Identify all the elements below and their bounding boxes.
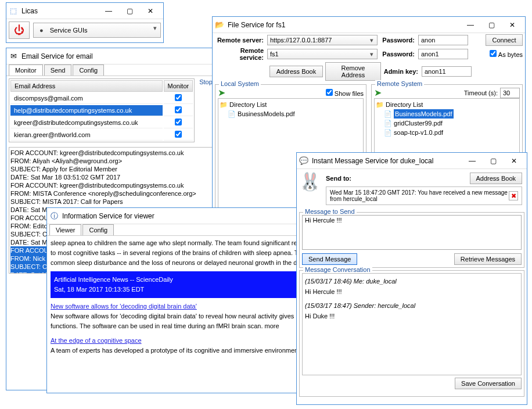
article-link-1[interactable]: New software allows for 'decoding digita…: [51, 303, 197, 310]
showfiles-checkbox[interactable]: Show files: [326, 89, 364, 97]
email-titlebar: ✉ Email Service for email: [6, 48, 220, 64]
chat-icon: 💬: [299, 156, 308, 166]
remote-service-label: Remote service:: [215, 47, 267, 61]
monitor-checkbox[interactable]: [175, 131, 182, 138]
message-send-fieldset: Message to Send Send Message Retrieve Me…: [299, 212, 524, 268]
conv-line: Hi Hercule !!!: [305, 286, 519, 297]
power-button[interactable]: ⏻: [9, 21, 30, 39]
remote-legend: Remote System: [375, 80, 424, 87]
log-line: DATE: Sat Mar 18 03:51:02 GMT 2017: [10, 173, 216, 181]
close-button[interactable]: ✕: [504, 154, 524, 168]
table-row: kgreer@distributedcomputingsystems.co.uk: [10, 117, 193, 128]
adminkey-label: Admin key:: [381, 68, 422, 75]
conv-line: (15/03/17 18:47) Sender: hercule_local: [305, 300, 519, 311]
conversation-fieldset: Message Conversation (15/03/17 18:46) Me…: [299, 270, 524, 397]
conv-line: Hi Duke !!!: [305, 311, 519, 321]
remote-service-select[interactable]: fs1: [267, 49, 378, 59]
log-line: FROM: MISTA Conference <noreply@scheduli…: [10, 189, 216, 198]
connect-button[interactable]: Connect: [486, 34, 523, 46]
email-icon: ✉: [9, 52, 18, 61]
minimize-button[interactable]: —: [462, 154, 483, 168]
password-input[interactable]: [418, 35, 468, 45]
conv-legend: Message Conversation: [303, 266, 372, 273]
maximize-button[interactable]: ▢: [119, 4, 140, 18]
app-icon: ⬚: [9, 6, 18, 16]
local-legend: Local System: [219, 80, 261, 87]
timeout-input[interactable]: [500, 88, 520, 98]
notification-bar: Wed Mar 15 18:47:20 GMT 2017: You have r…: [326, 186, 522, 205]
tree-root: 📁 Directory List: [220, 100, 362, 109]
folder-icon[interactable]: ➤: [374, 87, 382, 98]
licas-titlebar: ⬚ Licas — ▢ ✕: [6, 3, 163, 19]
folder-open-icon: 📂: [215, 20, 224, 30]
email-tabs: Monitor Send Config: [6, 64, 220, 76]
save-conversation-button[interactable]: Save Conversation: [455, 378, 522, 389]
table-row: help@distributedcomputingsystems.co.uk: [10, 105, 193, 116]
pdf-icon: 📄: [384, 110, 392, 117]
im-title: Instant Message Service for duke_local: [312, 157, 462, 165]
password2-input[interactable]: [418, 49, 468, 59]
tab-monitor[interactable]: Monitor: [9, 64, 43, 76]
im-window: 💬 Instant Message Service for duke_local…: [296, 152, 527, 405]
folder-icon: 📁: [220, 101, 228, 108]
remote-server-label: Remote server:: [215, 37, 267, 44]
pdf-icon: 📄: [228, 110, 236, 117]
timeout-label: Timeout (s):: [464, 89, 498, 96]
info-icon: ⓘ: [49, 211, 59, 221]
retrieve-button[interactable]: Retrieve Messages: [454, 253, 522, 265]
delete-icon[interactable]: ✖: [509, 191, 518, 200]
col-email: Email Address: [10, 80, 163, 92]
address-book-button[interactable]: Address Book: [269, 66, 323, 77]
message-input[interactable]: [302, 215, 522, 250]
circle-icon: ●: [39, 27, 44, 34]
character-icon: 🐰: [299, 171, 323, 196]
maximize-button[interactable]: ▢: [483, 154, 504, 168]
remove-address-button[interactable]: Remove Address: [325, 62, 381, 81]
log-line: FROM: Aliyah <Aliyah@ewground.org>: [10, 157, 216, 165]
tab-config[interactable]: Config: [73, 64, 104, 76]
email-table[interactable]: Email AddressMonitor discompsys@gmail.co…: [9, 78, 195, 142]
monitor-checkbox[interactable]: [175, 119, 182, 125]
tree-file: 📄 gridCluster99.pdf: [376, 119, 518, 128]
pdf-icon: 📄: [384, 129, 392, 136]
tree-file: 📄 BusinessModels.pdf: [376, 109, 518, 119]
password-label: Password:: [378, 37, 418, 44]
monitor-checkbox[interactable]: [175, 94, 182, 101]
folder-icon: 📁: [376, 101, 384, 108]
log-line: FOR ACCOUNT: kgreer@distributedcomputing…: [10, 149, 216, 157]
service-guis-dropdown[interactable]: ● Service GUIs: [33, 23, 161, 38]
log-line: SUBJECT: MISTA 2017: Call for Papers: [10, 198, 216, 206]
address-book-button[interactable]: Address Book: [470, 173, 522, 184]
sendto-label: Send to:: [326, 175, 355, 182]
article-link-2[interactable]: At the edge of a cognitive space: [51, 337, 142, 344]
conversation-log[interactable]: (15/03/17 18:46) Me: duke_local Hi Hercu…: [302, 273, 522, 375]
table-row: discompsys@gmail.com: [10, 93, 193, 104]
monitor-checkbox[interactable]: [175, 106, 182, 113]
log-line: FOR ACCOUNT: kgreer@distributedcomputing…: [10, 181, 216, 189]
tab-config[interactable]: Config: [82, 224, 114, 235]
password2-label: Password:: [378, 51, 418, 58]
close-button[interactable]: ✕: [140, 4, 161, 18]
tab-viewer[interactable]: Viewer: [49, 224, 81, 235]
file-titlebar: 📂 File Service for fs1 — ▢ ✕: [213, 17, 525, 33]
file-title: File Service for fs1: [228, 21, 460, 29]
adminkey-input[interactable]: [422, 66, 472, 77]
col-monitor: Monitor: [164, 80, 193, 92]
tree-file: 📄 soap-tcp-v1.0.pdf: [376, 128, 518, 137]
email-title: Email Service for email: [21, 52, 218, 60]
asbytes-checkbox[interactable]: As bytes: [490, 50, 523, 58]
tab-send[interactable]: Send: [44, 64, 72, 76]
tree-file: 📄 BusinessModels.pdf: [220, 109, 362, 119]
pdf-icon: 📄: [384, 120, 392, 127]
close-button[interactable]: ✕: [502, 18, 523, 32]
maximize-button[interactable]: ▢: [481, 18, 502, 32]
remote-server-select[interactable]: https://127.0.0.1:8877: [267, 35, 378, 45]
minimize-button[interactable]: —: [98, 4, 119, 18]
im-titlebar: 💬 Instant Message Service for duke_local…: [297, 153, 527, 169]
msgsend-legend: Message to Send: [303, 208, 357, 215]
minimize-button[interactable]: —: [460, 18, 481, 32]
table-row: kieran.greer@ntlworld.com: [10, 130, 193, 141]
licas-title: Licas: [21, 7, 98, 15]
send-button[interactable]: Send Message: [302, 253, 357, 265]
folder-icon[interactable]: ➤: [218, 87, 225, 98]
